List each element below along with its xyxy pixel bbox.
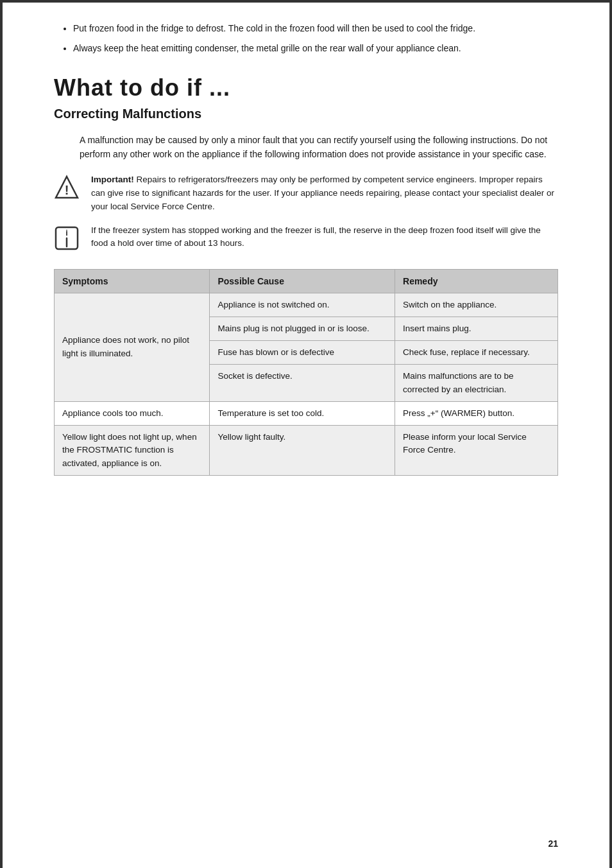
table-header-row: Symptoms Possible Cause Remedy — [55, 269, 558, 293]
cause-cell: Yellow light faulty. — [210, 426, 395, 476]
info-icon: i — [54, 225, 82, 254]
symptom-cell: Yellow light does not light up, when the… — [55, 426, 210, 476]
warning-icon: ! — [54, 175, 82, 203]
section-title: What to do if ... — [54, 74, 558, 101]
header-symptoms: Symptoms — [55, 269, 210, 293]
malfunction-table: Symptoms Possible Cause Remedy Appliance… — [54, 269, 558, 476]
cause-cell: Fuse has blown or is defective — [210, 341, 395, 365]
remedy-cell: Please inform your local Service Force C… — [395, 426, 558, 476]
header-remedy: Remedy — [395, 269, 558, 293]
info-notice: i If the freezer system has stopped work… — [54, 224, 558, 254]
cause-cell: Temperature is set too cold. — [210, 401, 395, 425]
warning-notice-text: Important! Repairs to refrigerators/free… — [91, 173, 558, 214]
symptom-cell: Appliance cools too much. — [55, 401, 210, 425]
svg-text:!: ! — [65, 183, 69, 197]
remedy-cell: Switch on the appliance. — [395, 293, 558, 317]
header-cause: Possible Cause — [210, 269, 395, 293]
remedy-cell: Check fuse, replace if necessary. — [395, 341, 558, 365]
info-notice-text: If the freezer system has stopped workin… — [91, 224, 558, 251]
cause-cell: Socket is defective. — [210, 365, 395, 402]
bullet-item-1: Put frozen food in the fridge to defrost… — [73, 22, 558, 35]
bullet-item-2: Always keep the heat emitting condenser,… — [73, 42, 558, 55]
remedy-cell: Press „+“ (WARMER) button. — [395, 401, 558, 425]
table-row: Appliance does not work, no pilot light … — [55, 293, 558, 317]
remedy-cell: Mains malfunctions are to be corrected b… — [395, 365, 558, 402]
intro-paragraph: A malfunction may be caused by only a mi… — [54, 133, 558, 162]
table-row: Yellow light does not light up, when the… — [55, 426, 558, 476]
warning-notice: ! Important! Repairs to refrigerators/fr… — [54, 173, 558, 214]
table-row: Appliance cools too much.Temperature is … — [55, 401, 558, 425]
page-number: 21 — [548, 838, 558, 849]
symptom-cell: Appliance does not work, no pilot light … — [55, 293, 210, 401]
cause-cell: Appliance is not switched on. — [210, 293, 395, 317]
page-container: Put frozen food in the fridge to defrost… — [0, 0, 612, 868]
remedy-cell: Insert mains plug. — [395, 317, 558, 340]
cause-cell: Mains plug is not plugged in or is loose… — [210, 317, 395, 340]
section-subtitle: Correcting Malfunctions — [54, 107, 558, 121]
intro-bullet-list: Put frozen food in the fridge to defrost… — [54, 22, 558, 55]
warning-label: Important! — [91, 175, 134, 184]
svg-text:i: i — [65, 228, 68, 238]
